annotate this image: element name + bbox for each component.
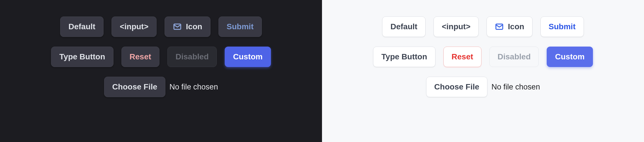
icon-button[interactable]: Icon: [487, 16, 533, 37]
file-input[interactable]: Choose File No file chosen: [104, 77, 218, 97]
button-label: Disabled: [498, 52, 531, 61]
button-label: Default: [68, 22, 95, 31]
disabled-button: Disabled: [489, 47, 539, 67]
file-status-label: No file chosen: [169, 83, 218, 91]
disabled-button: Disabled: [167, 47, 217, 67]
button-row-3: Choose File No file chosen: [104, 77, 218, 97]
type-button[interactable]: Type Button: [373, 47, 435, 67]
button-label: Default: [390, 22, 417, 31]
button-label: Submit: [549, 22, 576, 31]
button-label: Type Button: [59, 52, 105, 61]
mail-icon: [173, 22, 182, 31]
button-label: Custom: [555, 52, 584, 61]
input-type-button[interactable]: <input>: [433, 16, 479, 37]
light-theme-panel: Default <input> Icon Submit Type Button …: [322, 0, 644, 142]
file-status-label: No file chosen: [491, 83, 540, 91]
button-label: Choose File: [112, 82, 157, 91]
mail-icon: [495, 22, 504, 31]
default-button[interactable]: Default: [60, 16, 104, 37]
icon-button[interactable]: Icon: [165, 16, 211, 37]
file-input[interactable]: Choose File No file chosen: [426, 77, 540, 97]
choose-file-button[interactable]: Choose File: [426, 77, 488, 97]
reset-button[interactable]: Reset: [443, 47, 481, 67]
button-label: Type Button: [381, 52, 427, 61]
button-label: Submit: [227, 22, 254, 31]
button-label: Reset: [130, 52, 151, 61]
choose-file-button[interactable]: Choose File: [104, 77, 166, 97]
button-label: Disabled: [176, 52, 209, 61]
input-type-button[interactable]: <input>: [111, 16, 157, 37]
button-row-2: Type Button Reset Disabled Custom: [373, 47, 593, 67]
custom-button[interactable]: Custom: [225, 47, 271, 67]
reset-button[interactable]: Reset: [121, 47, 159, 67]
button-label: Choose File: [434, 82, 479, 91]
button-row-2: Type Button Reset Disabled Custom: [51, 47, 271, 67]
default-button[interactable]: Default: [382, 16, 426, 37]
button-label: <input>: [120, 22, 148, 31]
button-label: Icon: [508, 22, 524, 31]
type-button[interactable]: Type Button: [51, 47, 113, 67]
button-label: <input>: [442, 22, 470, 31]
button-label: Custom: [233, 52, 262, 61]
button-row-3: Choose File No file chosen: [426, 77, 540, 97]
dark-theme-panel: Default <input> Icon Submit Type Button …: [0, 0, 322, 142]
button-row-1: Default <input> Icon Submit: [60, 16, 262, 37]
submit-button[interactable]: Submit: [218, 16, 262, 37]
button-row-1: Default <input> Icon Submit: [382, 16, 584, 37]
button-label: Reset: [452, 52, 473, 61]
button-label: Icon: [186, 22, 202, 31]
submit-button[interactable]: Submit: [540, 16, 584, 37]
custom-button[interactable]: Custom: [547, 47, 593, 67]
